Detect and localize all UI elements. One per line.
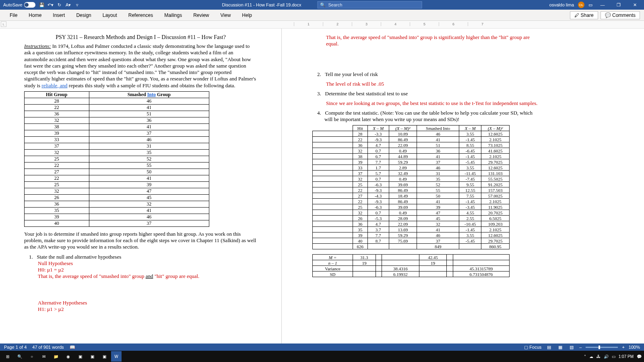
cortana-icon[interactable]: ○ bbox=[27, 351, 37, 362]
document-title: Discussion #11 - How Fast -Fall 19.docx bbox=[222, 2, 301, 7]
taskbar: ⊞ 🔍 ○ ✉ 📁 ◉ ▣ ▣ ▣ W ˄ ☁ 🖧 🔊 ▭ 1:07 PM 💬 bbox=[0, 351, 644, 362]
stats-table: Hit X – M (X – M)² Smashed Into X – M (X… bbox=[312, 125, 510, 249]
status-bar: Page 1 of 4 47 of 901 words 📖 ▢ Focus ▤ … bbox=[0, 343, 644, 351]
clock[interactable]: 1:07 PM bbox=[619, 354, 634, 359]
search-placeholder: Search bbox=[328, 2, 342, 7]
ribbon-display-icon[interactable]: ▭ bbox=[588, 2, 592, 8]
autosave-toggle[interactable]: AutoSave Off bbox=[3, 2, 35, 8]
restore-button[interactable]: ❐ bbox=[613, 2, 625, 8]
app-icon-1[interactable]: ▣ bbox=[75, 351, 85, 362]
print-layout-icon[interactable]: ▤ bbox=[545, 344, 553, 350]
undo-icon[interactable]: ↶▾ bbox=[47, 2, 54, 8]
quick-access-toolbar: 💾 ↶▾ ↻ A▾ ▿ bbox=[39, 2, 80, 8]
explorer-icon[interactable]: 📁 bbox=[51, 351, 61, 362]
zoom-in[interactable]: + bbox=[622, 345, 624, 350]
battery-icon[interactable]: ▭ bbox=[612, 354, 615, 359]
app-icon-3[interactable]: ▣ bbox=[99, 351, 109, 362]
q3: 3. Determine the best statistical test t… bbox=[324, 90, 539, 97]
redo-icon[interactable]: ↻ bbox=[56, 2, 63, 8]
th-smashed: Smashed Into Group bbox=[89, 91, 209, 98]
app-icon-2[interactable]: ▣ bbox=[87, 351, 97, 362]
chrome-icon[interactable]: ◉ bbox=[63, 351, 73, 362]
tab-insert[interactable]: Insert bbox=[47, 10, 70, 21]
tab-stop-button[interactable]: L bbox=[1, 21, 6, 27]
a3: Since we are looking at two groups, the … bbox=[326, 100, 539, 107]
toggle-knob: Off bbox=[25, 3, 29, 7]
title-bar: AutoSave Off 💾 ↶▾ ↻ A▾ ▿ Discussion #11 … bbox=[0, 0, 644, 10]
mail-icon[interactable]: ✉ bbox=[39, 351, 49, 362]
toggle-pill[interactable]: Off bbox=[24, 2, 35, 8]
proofing-icon[interactable]: 📖 bbox=[70, 345, 75, 350]
start-button[interactable]: ⊞ bbox=[2, 351, 13, 362]
user-name: osvaldo lima bbox=[549, 2, 574, 7]
font-icon[interactable]: A▾ bbox=[65, 2, 72, 8]
share-button[interactable]: 🖊 Share bbox=[570, 11, 598, 19]
h1-expl: That is, the average speed of "smashed i… bbox=[326, 34, 539, 47]
save-icon[interactable]: 💾 bbox=[39, 2, 45, 8]
user-avatar[interactable]: OL bbox=[578, 2, 584, 8]
read-mode-icon[interactable]: ▦ bbox=[557, 344, 564, 350]
th-hit: Hit Group bbox=[25, 91, 89, 98]
tab-layout[interactable]: Layout bbox=[97, 10, 123, 21]
overflow-icon[interactable]: ▿ bbox=[74, 2, 80, 8]
page-1-continued[interactable]: That is, the average speed of "smashed i… bbox=[282, 29, 564, 344]
cloud-icon[interactable]: ☁ bbox=[589, 354, 593, 359]
web-layout-icon[interactable]: ▧ bbox=[568, 344, 575, 350]
tab-file[interactable]: File bbox=[4, 10, 23, 21]
summary-table: M =31.342.45n – 11919Variance38.431645.3… bbox=[312, 254, 510, 277]
q2: 2. Tell me your level of risk bbox=[324, 71, 539, 78]
job-text: Your job is to determine if smashed into… bbox=[24, 231, 257, 251]
minimize-button[interactable]: — bbox=[597, 2, 609, 7]
tab-mailings[interactable]: Mailings bbox=[159, 10, 188, 21]
a2: The level of risk will be .05 bbox=[326, 81, 539, 87]
document-area: PSY 3211 – Research Methods and Design I… bbox=[0, 29, 644, 344]
instructions: Instructions: In 1974, Loftus and Palmer… bbox=[24, 43, 257, 89]
tab-home[interactable]: Home bbox=[23, 10, 47, 21]
alt-block: Alternative Hypotheses H1: µ1 > µ2 bbox=[38, 300, 257, 313]
search-icon[interactable]: 🔍 bbox=[14, 351, 25, 362]
word-count[interactable]: 47 of 901 words bbox=[32, 345, 64, 350]
zoom-out[interactable]: – bbox=[579, 345, 582, 350]
search-icon: 🔍 bbox=[320, 2, 326, 8]
tab-design[interactable]: Design bbox=[70, 10, 97, 21]
focus-mode[interactable]: ▢ Focus bbox=[524, 345, 541, 350]
tab-help[interactable]: Help bbox=[236, 10, 258, 21]
network-icon[interactable]: 🖧 bbox=[597, 354, 601, 359]
tab-references[interactable]: References bbox=[123, 10, 159, 21]
ruler[interactable]: L 1234567 bbox=[0, 21, 644, 29]
page-indicator[interactable]: Page 1 of 4 bbox=[4, 345, 27, 350]
zoom-slider[interactable] bbox=[586, 347, 618, 348]
doc-heading: PSY 3211 – Research Methods and Design I… bbox=[24, 34, 257, 41]
search-input[interactable]: 🔍 Search bbox=[317, 1, 422, 8]
autosave-label: AutoSave bbox=[3, 2, 23, 7]
word-icon[interactable]: W bbox=[111, 351, 122, 362]
notifications-icon[interactable]: 💬 bbox=[637, 354, 642, 359]
tab-review[interactable]: Review bbox=[188, 10, 215, 21]
zoom-level[interactable]: 100% bbox=[629, 345, 640, 350]
close-button[interactable]: ✕ bbox=[629, 2, 641, 8]
ribbon: File Home Insert Design Layout Reference… bbox=[0, 10, 644, 21]
q4: 4. Compute the test statistic. (Note: Yo… bbox=[324, 110, 539, 123]
tab-view[interactable]: View bbox=[215, 10, 237, 21]
data-table: Hit Group Smashed Into Group 28462241365… bbox=[24, 91, 209, 227]
q1: 1. State the null and alternative hypoth… bbox=[36, 254, 257, 260]
volume-icon[interactable]: 🔊 bbox=[604, 354, 609, 359]
tray-chevron-icon[interactable]: ˄ bbox=[584, 354, 586, 359]
null-block: Null Hypotheses H0: µ1 = µ2 That is, the… bbox=[38, 260, 257, 280]
page-1[interactable]: PSY 3211 – Research Methods and Design I… bbox=[0, 29, 282, 344]
comments-button[interactable]: 💬 Comments bbox=[601, 11, 640, 19]
